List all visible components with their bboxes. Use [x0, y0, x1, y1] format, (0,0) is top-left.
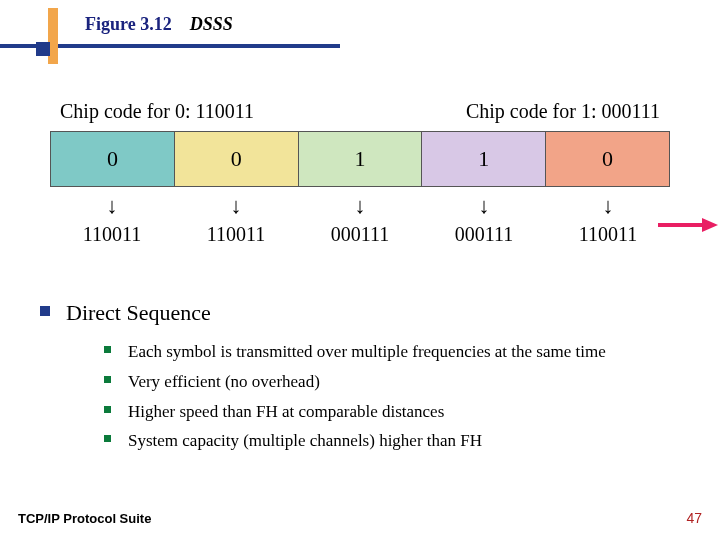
bit-box: 0 [175, 132, 299, 186]
header-accent-blue [36, 42, 50, 56]
level2-item: System capacity (multiple channels) high… [104, 429, 678, 453]
down-arrows-row: ↓ ↓ ↓ ↓ ↓ [50, 195, 670, 217]
down-arrow-icon: ↓ [298, 195, 422, 217]
down-arrow-icon: ↓ [546, 195, 670, 217]
chip-code-value: 110011 [174, 223, 298, 246]
chip-codes-row: 110011 110011 000111 000111 110011 [50, 223, 670, 246]
bit-box: 0 [546, 132, 669, 186]
level2-item: Very efficient (no overhead) [104, 370, 678, 394]
down-arrow-icon: ↓ [50, 195, 174, 217]
chip-code-1-label: Chip code for 1: 000111 [466, 100, 660, 123]
bit-box: 1 [422, 132, 546, 186]
level1-list: Direct Sequence Each symbol is transmitt… [38, 300, 678, 453]
level2-list: Each symbol is transmitted over multiple… [104, 340, 678, 453]
level2-item: Higher speed than FH at comparable dista… [104, 400, 678, 424]
chip-code-0-label: Chip code for 0: 110011 [60, 100, 254, 123]
chip-code-labels: Chip code for 0: 110011 Chip code for 1:… [60, 100, 660, 123]
level1-item: Direct Sequence Each symbol is transmitt… [38, 300, 678, 453]
slide-header: Figure 3.12 DSSS [0, 0, 720, 56]
bit-box: 0 [51, 132, 175, 186]
slide-content: Direct Sequence Each symbol is transmitt… [38, 300, 678, 463]
down-arrow-icon: ↓ [174, 195, 298, 217]
chip-code-value: 110011 [50, 223, 174, 246]
slide-title: Figure 3.12 DSSS [85, 14, 233, 35]
bit-box: 1 [299, 132, 423, 186]
chip-code-value: 000111 [298, 223, 422, 246]
figure-caption: DSSS [190, 14, 233, 34]
level2-item: Each symbol is transmitted over multiple… [104, 340, 678, 364]
page-number: 47 [686, 510, 702, 526]
dsss-figure: Chip code for 0: 110011 Chip code for 1:… [50, 100, 670, 246]
down-arrow-icon: ↓ [422, 195, 546, 217]
chip-code-value: 110011 [546, 223, 670, 246]
sequence-arrow-icon [658, 218, 718, 232]
section-heading: Direct Sequence [66, 300, 211, 325]
bit-boxes: 0 0 1 1 0 [50, 131, 670, 187]
footer-source: TCP/IP Protocol Suite [18, 511, 151, 526]
figure-number: Figure 3.12 [85, 14, 172, 34]
chip-code-value: 000111 [422, 223, 546, 246]
